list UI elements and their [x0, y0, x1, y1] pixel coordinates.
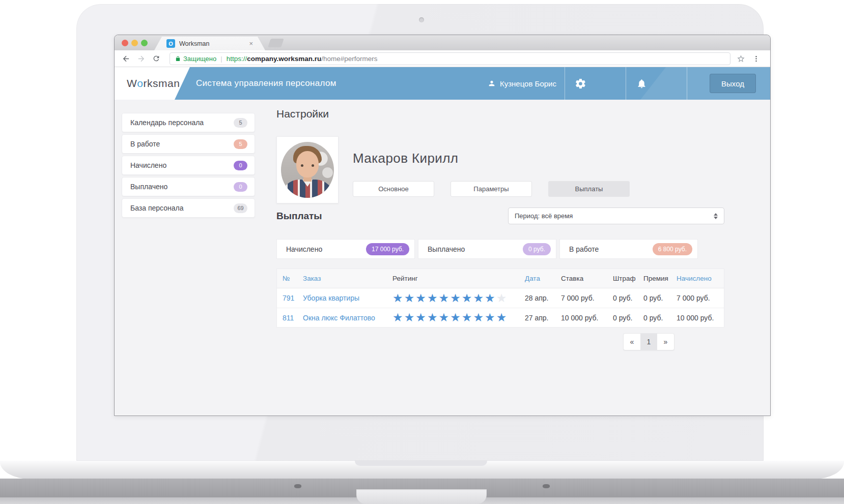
col-header-num[interactable]: № — [283, 275, 303, 282]
sidebar-item-accrued[interactable]: Начислено 0 — [122, 156, 255, 175]
pagination-next-button[interactable]: » — [657, 334, 674, 350]
table-row: 791 Уборка квартиры ★★★★★★★★★★ 28 апр. 7… — [277, 288, 724, 308]
summary-label: В работе — [569, 245, 653, 253]
summary-value-badge: 17 000 руб. — [366, 243, 409, 255]
order-num-link[interactable]: 791 — [283, 294, 303, 302]
forward-icon[interactable] — [135, 52, 147, 65]
sidebar-item-label: Календарь персонала — [130, 118, 234, 127]
gear-icon — [575, 78, 586, 90]
browser-menu-icon[interactable] — [750, 52, 762, 65]
count-badge: 0 — [234, 161, 247, 170]
count-badge: 5 — [234, 139, 247, 149]
back-icon[interactable] — [120, 52, 132, 65]
window-minimize-button[interactable] — [131, 40, 138, 46]
order-title-link[interactable]: Уборка квартиры — [303, 294, 392, 302]
order-rate: 7 000 руб. — [561, 294, 613, 302]
tab-title: Worksman — [179, 40, 245, 47]
user-icon — [488, 79, 496, 87]
laptop-foot — [294, 484, 301, 488]
count-badge: 0 — [234, 182, 247, 192]
bookmark-star-icon[interactable] — [735, 52, 747, 65]
avatar — [281, 142, 334, 198]
sidebar-item-staff-database[interactable]: База персонала 69 — [122, 198, 255, 218]
user-name: Кузнецов Борис — [500, 79, 556, 88]
browser-tab[interactable]: O Worksman × — [154, 37, 265, 50]
sidebar-item-in-progress[interactable]: В работе 5 — [122, 134, 255, 154]
avatar-eye — [312, 164, 314, 167]
star-filled-icon: ★ — [496, 311, 508, 324]
col-header-accrued[interactable]: Начислено — [677, 275, 725, 282]
summary-value-badge: 6 800 руб. — [653, 243, 692, 255]
order-date: 27 апр. — [525, 314, 561, 322]
url-scheme: https:// — [227, 55, 247, 63]
payments-table: № Заказ Рейтинг Дата Ставка Штраф Премия… — [276, 269, 724, 328]
rating-stars: ★★★★★★★★★★ — [392, 312, 525, 323]
star-filled-icon: ★ — [415, 291, 427, 305]
window-close-button[interactable] — [122, 40, 128, 46]
order-bonus: 0 руб. — [643, 314, 677, 322]
star-filled-icon: ★ — [450, 311, 462, 324]
star-filled-icon: ★ — [485, 311, 496, 324]
tab-payments[interactable]: Выплаты — [548, 181, 630, 197]
webcam-dot — [419, 17, 424, 22]
window-zoom-button[interactable] — [141, 40, 148, 46]
star-filled-icon: ★ — [485, 291, 496, 305]
settings-button[interactable] — [565, 67, 596, 100]
profile-name: Макаров Кирилл — [353, 151, 458, 166]
star-filled-icon: ★ — [473, 291, 485, 305]
period-select[interactable]: Период: всё время — [508, 207, 724, 224]
star-filled-icon: ★ — [473, 311, 485, 324]
profile-tabs: Основное Параметры Выплаты — [353, 181, 646, 197]
star-filled-icon: ★ — [404, 311, 416, 324]
new-tab-button[interactable] — [268, 39, 284, 47]
tab-parameters[interactable]: Параметры — [451, 181, 532, 197]
col-header-date[interactable]: Дата — [525, 275, 561, 282]
pagination: « 1 » — [623, 333, 674, 350]
sidebar-item-label: База персонала — [130, 204, 234, 212]
reload-icon[interactable] — [150, 52, 162, 65]
laptop-thumb-scoop — [356, 489, 487, 504]
star-filled-icon: ★ — [462, 291, 473, 305]
star-filled-icon: ★ — [415, 311, 427, 324]
sidebar-item-paid[interactable]: Выплачено 0 — [122, 177, 255, 196]
order-bonus: 0 руб. — [643, 294, 677, 302]
url-host: company.worksman.ru — [247, 55, 321, 63]
app-logo[interactable]: Worksman — [127, 67, 180, 100]
notifications-button[interactable] — [626, 67, 657, 100]
order-fine: 0 руб. — [613, 294, 643, 302]
logo-suffix: rksman — [144, 77, 180, 90]
select-spinner-icon — [714, 213, 718, 219]
col-header-order[interactable]: Заказ — [303, 275, 392, 282]
avatar-card — [276, 136, 339, 203]
address-bar[interactable]: Защищено | https://company.worksman.ru/h… — [170, 52, 730, 65]
col-header-fine: Штраф — [613, 275, 643, 282]
star-empty-icon: ★ — [496, 291, 508, 305]
security-label: Защищено — [183, 55, 216, 63]
pagination-current-page[interactable]: 1 — [640, 334, 657, 350]
star-filled-icon: ★ — [439, 291, 451, 305]
tab-close-icon[interactable]: × — [249, 40, 253, 47]
summary-value-badge: 0 руб. — [523, 243, 551, 255]
star-filled-icon: ★ — [462, 311, 473, 324]
url-separator: | — [220, 55, 222, 63]
current-user[interactable]: Кузнецов Борис — [488, 67, 556, 100]
star-filled-icon: ★ — [392, 291, 404, 305]
url-path: /home#performers — [321, 55, 377, 63]
col-header-bonus: Премия — [643, 275, 677, 282]
page-title: Настройки — [276, 108, 329, 120]
app-title: Система управления персоналом — [196, 67, 336, 100]
laptop-foot — [543, 484, 550, 488]
order-num-link[interactable]: 811 — [283, 314, 303, 322]
order-title-link[interactable]: Окна люкс Филаттово — [303, 314, 392, 322]
summary-label: Выплачено — [428, 245, 523, 253]
laptop-hinge-notch — [355, 461, 487, 466]
laptop-mockup: O Worksman × Защищено | h — [0, 0, 844, 504]
tab-main[interactable]: Основное — [353, 181, 434, 197]
logout-button[interactable]: Выход — [710, 74, 756, 93]
pagination-prev-button[interactable]: « — [624, 334, 640, 350]
summary-card-paid: Выплачено 0 руб. — [418, 239, 556, 259]
avatar-face — [296, 151, 319, 177]
sidebar-item-staff-calendar[interactable]: Календарь персонала 5 — [122, 113, 255, 132]
star-filled-icon: ★ — [439, 311, 451, 324]
count-badge: 69 — [234, 203, 247, 213]
